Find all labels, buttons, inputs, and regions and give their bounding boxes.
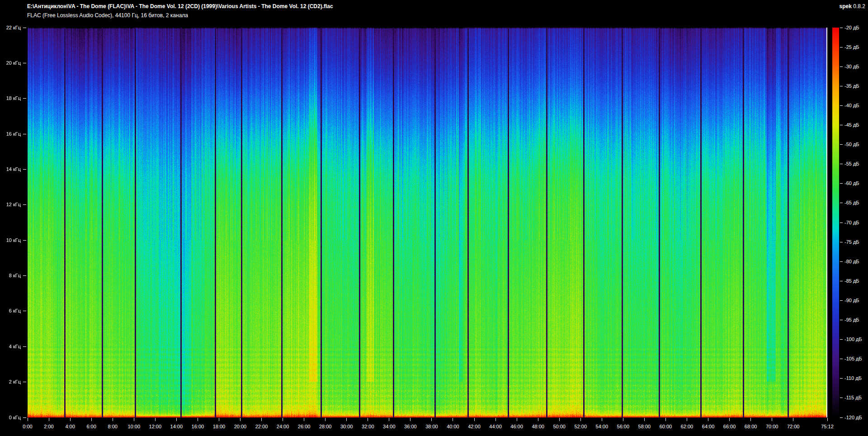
db-tick-label: -75 дБ — [844, 239, 859, 245]
db-tick-label: -100 дБ — [844, 336, 862, 342]
freq-tick — [23, 240, 26, 241]
time-tick-label: 2:00 — [38, 424, 60, 430]
freq-tick — [23, 169, 26, 170]
db-tick-label: -25 дБ — [844, 44, 859, 50]
time-tick-label: 48:00 — [527, 424, 549, 430]
db-tick-label: -65 дБ — [844, 200, 859, 206]
time-tick-label: 42:00 — [463, 424, 486, 430]
freq-tick-label: 8 кГц — [1, 273, 21, 279]
freq-tick — [23, 275, 26, 276]
time-tick — [261, 418, 262, 421]
time-tick — [325, 418, 326, 421]
freq-tick-label: 16 кГц — [1, 131, 21, 137]
time-tick-label: 46:00 — [505, 424, 528, 430]
time-tick-label: 10:00 — [123, 424, 145, 430]
freq-tick-label: 10 кГц — [1, 237, 21, 243]
db-tick — [840, 300, 843, 301]
db-tick-label: -30 дБ — [844, 64, 859, 70]
time-tick — [198, 418, 198, 421]
time-tick — [538, 418, 538, 421]
db-tick — [840, 144, 843, 145]
time-tick — [70, 418, 71, 421]
db-tick — [840, 86, 843, 86]
db-tick-label: -90 дБ — [844, 298, 859, 303]
time-tick-label: 6:00 — [80, 424, 103, 430]
db-tick — [840, 183, 843, 184]
db-tick — [840, 164, 843, 164]
freq-tick-label: 4 кГц — [1, 344, 21, 350]
time-tick — [517, 418, 517, 421]
freq-tick-label: 20 кГц — [1, 60, 21, 66]
time-tick-label: 68:00 — [740, 424, 762, 430]
time-tick — [687, 418, 687, 421]
db-tick — [840, 261, 843, 262]
freq-tick-label: 6 кГц — [1, 308, 21, 314]
db-tick — [840, 66, 843, 67]
db-tick — [840, 28, 843, 28]
app-version: 0.8.2 — [853, 3, 865, 9]
db-tick-label: -50 дБ — [844, 142, 859, 147]
db-tick-label: -35 дБ — [844, 83, 859, 89]
freq-tick — [23, 98, 26, 99]
db-tick-label: -80 дБ — [844, 259, 859, 265]
time-tick-label: 26:00 — [293, 424, 316, 430]
time-tick — [176, 418, 177, 421]
freq-tick — [23, 346, 26, 347]
db-tick — [840, 223, 843, 223]
time-tick-label: 64:00 — [697, 424, 720, 430]
freq-tick — [23, 417, 26, 418]
time-tick — [623, 418, 623, 421]
db-tick-label: -110 дБ — [844, 375, 862, 381]
time-tick-label: 0:00 — [16, 424, 39, 430]
db-tick-label: -60 дБ — [844, 180, 859, 186]
time-tick — [134, 418, 134, 421]
freq-tick — [23, 134, 26, 134]
time-tick — [453, 418, 453, 421]
time-tick — [410, 418, 410, 421]
time-tick — [91, 418, 92, 421]
freq-tick-label: 0 кГц — [1, 415, 21, 421]
time-tick — [793, 418, 793, 421]
time-tick — [772, 418, 772, 421]
colorbar-canvas — [832, 28, 839, 417]
db-tick — [840, 47, 843, 47]
time-tick-label: 28:00 — [314, 424, 337, 430]
freq-tick-label: 18 кГц — [1, 95, 21, 101]
time-tick-label: 12:00 — [144, 424, 166, 430]
time-tick — [729, 418, 730, 421]
spek-wordmark: spek — [840, 3, 852, 9]
spek-window: E:\Антициклон\VA - The Dome (FLAC)\VA - … — [0, 0, 868, 436]
time-tick — [368, 418, 368, 421]
time-tick — [219, 418, 219, 421]
db-tick — [840, 242, 843, 242]
time-tick-label: 70:00 — [761, 424, 783, 430]
db-tick-label: -20 дБ — [844, 25, 859, 31]
time-tick-label: 34:00 — [378, 424, 401, 430]
time-tick-label: 56:00 — [612, 424, 634, 430]
time-tick-label: 20:00 — [229, 424, 251, 430]
db-tick-label: -45 дБ — [844, 122, 859, 128]
time-tick — [602, 418, 602, 421]
time-tick-label: 36:00 — [399, 424, 422, 430]
db-tick — [840, 398, 843, 398]
db-tick — [840, 417, 843, 418]
freq-tick-label: 2 кГц — [1, 379, 21, 385]
time-tick-label: 40:00 — [442, 424, 464, 430]
db-tick — [840, 105, 843, 106]
freq-tick — [23, 382, 26, 382]
freq-tick — [23, 28, 26, 28]
time-tick-label: 44:00 — [484, 424, 507, 430]
db-tick — [840, 320, 843, 320]
time-tick — [346, 418, 347, 421]
freq-tick-label: 14 кГц — [1, 166, 21, 172]
time-tick-label: 52:00 — [569, 424, 592, 430]
db-tick-label: -55 дБ — [844, 161, 859, 167]
time-tick-label: 30:00 — [335, 424, 358, 430]
db-tick — [840, 359, 843, 359]
time-tick — [431, 418, 432, 421]
db-tick-label: -115 дБ — [844, 395, 862, 401]
db-tick-label: -120 дБ — [844, 415, 862, 421]
file-info-subtitle: FLAC (Free Lossless Audio Codec), 44100 … — [27, 12, 188, 19]
time-tick — [580, 418, 581, 421]
time-tick-label: 18:00 — [208, 424, 230, 430]
